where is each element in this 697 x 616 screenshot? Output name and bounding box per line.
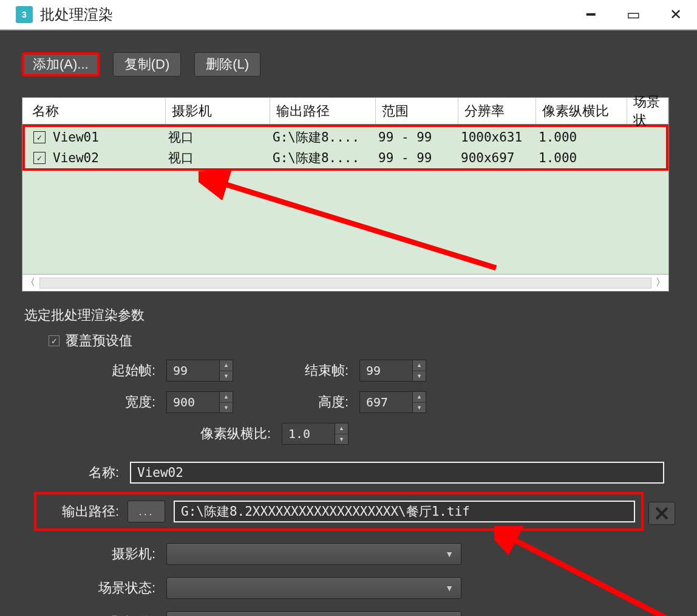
- app-icon: 3: [16, 6, 33, 23]
- cell-name: View02: [53, 151, 168, 165]
- maximize-button[interactable]: ▭: [612, 0, 654, 29]
- copy-button[interactable]: 复制(D): [113, 52, 182, 77]
- width-input[interactable]: 900: [166, 391, 220, 413]
- start-frame-input[interactable]: 99: [166, 360, 220, 382]
- row-checkbox[interactable]: ✓: [33, 152, 46, 164]
- override-label: 覆盖预设值: [66, 332, 132, 350]
- spinner-buttons[interactable]: ▲▼: [220, 391, 233, 413]
- header-range[interactable]: 范围: [376, 98, 458, 124]
- cell-output: G:\陈建8....: [273, 129, 378, 146]
- scroll-right-icon[interactable]: 〉: [653, 276, 668, 289]
- header-resolution[interactable]: 分辨率: [458, 98, 536, 124]
- camera-dropdown[interactable]: ▼: [166, 543, 461, 565]
- list-empty-area: [22, 171, 668, 274]
- window-title: 批处理渲染: [40, 5, 113, 24]
- cell-output: G:\陈建8....: [273, 149, 378, 166]
- output-path-input[interactable]: G:\陈建8.2XXXXXXXXXXXXXXXXXXX\餐厅1.tif: [174, 501, 635, 522]
- override-checkbox[interactable]: ✓: [49, 335, 59, 346]
- camera-label: 摄影机:: [56, 545, 155, 563]
- row-checkbox[interactable]: ✓: [33, 131, 46, 143]
- toolbar: 添加(A)... 复制(D) 删除(L): [22, 52, 675, 77]
- spinner-buttons[interactable]: ▲▼: [335, 423, 348, 445]
- height-label: 高度:: [291, 393, 348, 411]
- start-frame-label: 起始帧:: [56, 361, 155, 380]
- list-row[interactable]: ✓ View02 视口 G:\陈建8.... 99 - 99 900x697 1…: [25, 148, 666, 168]
- scroll-track[interactable]: [39, 278, 651, 289]
- header-pixel-ratio[interactable]: 像素纵横比: [536, 98, 627, 124]
- spinner-buttons[interactable]: ▲▼: [220, 360, 233, 382]
- cell-resolution: 900x697: [461, 151, 539, 165]
- width-label: 宽度:: [56, 393, 155, 411]
- close-button[interactable]: ✕: [654, 0, 697, 29]
- preset-dropdown[interactable]: ▼: [166, 611, 461, 616]
- name-input[interactable]: View02: [130, 462, 664, 484]
- browse-button[interactable]: ...: [127, 501, 165, 522]
- svg-line-5: [506, 536, 676, 616]
- cell-camera: 视口: [168, 149, 273, 166]
- minimize-button[interactable]: ━: [570, 0, 612, 29]
- end-frame-input[interactable]: 99: [359, 360, 413, 382]
- cell-camera: 视口: [168, 129, 273, 146]
- list-row[interactable]: ✓ View01 视口 G:\陈建8.... 99 - 99 1000x631 …: [25, 127, 666, 148]
- output-path-label: 输出路径:: [56, 502, 119, 521]
- spinner-buttons[interactable]: ▲▼: [413, 391, 426, 413]
- titlebar: 3 批处理渲染 ━ ▭ ✕: [0, 0, 697, 30]
- cell-range: 99 - 99: [378, 130, 461, 145]
- cell-pixel-ratio: 1.000: [539, 130, 630, 145]
- scene-state-dropdown[interactable]: ▼: [166, 577, 461, 599]
- header-camera[interactable]: 摄影机: [166, 98, 270, 124]
- header-name[interactable]: 名称: [22, 98, 166, 124]
- horizontal-scrollbar[interactable]: 〈 〉: [22, 274, 668, 291]
- add-button[interactable]: 添加(A)...: [22, 52, 100, 77]
- pixel-ratio-label: 像素纵横比:: [186, 425, 271, 443]
- preset-label: 预设值:: [56, 613, 155, 616]
- cell-resolution: 1000x631: [461, 130, 539, 145]
- scene-state-label: 场景状态:: [56, 579, 155, 597]
- annotation-arrow-icon: [494, 526, 688, 616]
- annotation-arrow-icon: [199, 171, 514, 274]
- spinner-buttons[interactable]: ▲▼: [413, 360, 426, 382]
- close-icon: [654, 506, 669, 521]
- list-header: 名称 摄影机 输出路径 范围 分辨率 像素纵横比 场景状: [22, 98, 668, 125]
- svg-line-1: [217, 182, 496, 268]
- scroll-left-icon[interactable]: 〈: [22, 276, 38, 289]
- pixel-ratio-input[interactable]: 1.0: [282, 423, 335, 445]
- section-label: 选定批处理渲染参数: [24, 306, 675, 324]
- height-input[interactable]: 697: [359, 391, 413, 413]
- cell-pixel-ratio: 1.000: [539, 151, 630, 165]
- clear-path-button[interactable]: [648, 502, 675, 525]
- cell-name: View01: [53, 130, 168, 145]
- cell-range: 99 - 99: [378, 151, 461, 165]
- end-frame-label: 结束帧:: [291, 361, 348, 380]
- header-output[interactable]: 输出路径: [270, 98, 376, 124]
- output-path-row: 输出路径: ... G:\陈建8.2XXXXXXXXXXXXXXXXXXX\餐厅…: [34, 492, 644, 531]
- name-label: 名称:: [56, 464, 119, 482]
- header-scene[interactable]: 场景状: [627, 98, 668, 124]
- render-list: 名称 摄影机 输出路径 范围 分辨率 像素纵横比 场景状 ✓ View01 视口…: [22, 97, 669, 292]
- delete-button[interactable]: 删除(L): [194, 52, 260, 77]
